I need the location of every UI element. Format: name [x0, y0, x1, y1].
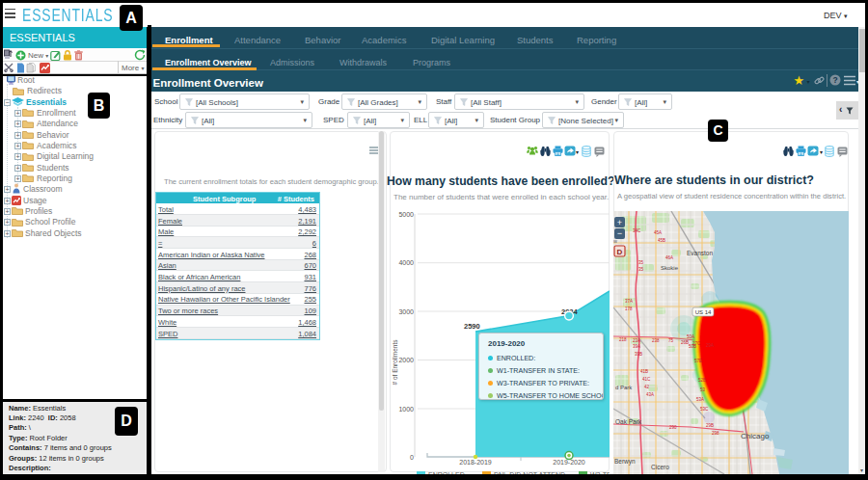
svg-text:Cicero: Cicero: [651, 464, 669, 470]
svg-text:2018-2019: 2018-2019: [459, 459, 492, 466]
svg-text:−: −: [617, 228, 622, 238]
svg-text:42: 42: [644, 385, 650, 389]
svg-text:d Park: d Park: [615, 385, 633, 390]
svg-text:2000: 2000: [398, 357, 414, 363]
svg-text:290: 290: [669, 425, 677, 430]
svg-text:3000: 3000: [398, 308, 414, 315]
svg-text:Chicago: Chicago: [741, 432, 770, 440]
svg-text:1000: 1000: [398, 406, 414, 413]
svg-text:45B: 45B: [658, 238, 665, 243]
svg-text:34C: 34C: [633, 228, 641, 233]
svg-text:ENROLLED: ENROLLED: [428, 471, 465, 474]
svg-text:2019-2020: 2019-2020: [553, 459, 585, 466]
svg-text:26B: 26B: [681, 340, 689, 345]
svg-text:39B: 39B: [635, 352, 642, 357]
svg-text:w: w: [613, 238, 617, 244]
svg-text:238: 238: [652, 338, 660, 343]
svg-text:75: 75: [668, 338, 674, 343]
svg-text:218: 218: [619, 337, 627, 342]
svg-text:39A: 39A: [633, 344, 640, 349]
svg-text:53A: 53A: [696, 397, 704, 402]
svg-text:37A: 37A: [625, 299, 633, 304]
svg-text:43A: 43A: [646, 392, 654, 397]
svg-text:5000: 5000: [398, 211, 414, 218]
svg-text:Skokie: Skokie: [661, 265, 679, 271]
svg-text:41C: 41C: [642, 377, 651, 382]
svg-text:# of Enrollments: # of Enrollments: [392, 339, 398, 386]
svg-text:Evanston: Evanston: [687, 250, 713, 256]
svg-text:Oak Park: Oak Park: [615, 418, 642, 425]
svg-text:W2-TRA: W2-TRA: [590, 471, 610, 474]
svg-text:27C: 27C: [692, 341, 701, 346]
svg-text:+: +: [617, 218, 622, 227]
svg-text:D: D: [617, 248, 623, 256]
svg-text:23A: 23A: [633, 338, 640, 343]
svg-text:2590: 2590: [464, 322, 480, 331]
svg-text:0: 0: [410, 454, 414, 461]
svg-text:52B: 52B: [698, 378, 706, 383]
svg-text:DNL-DID NOT ATTEND: DNL-DID NOT ATTEND: [494, 471, 565, 474]
svg-text:53C: 53C: [700, 407, 709, 412]
svg-text:298: 298: [712, 431, 719, 436]
svg-text:35: 35: [638, 267, 644, 272]
svg-text:53: 53: [700, 387, 706, 392]
svg-text:41B: 41B: [640, 369, 648, 374]
svg-text:50A: 50A: [687, 334, 694, 339]
svg-text:US 14: US 14: [695, 309, 712, 315]
svg-text:45A: 45A: [654, 230, 662, 235]
svg-text:Berwyn: Berwyn: [614, 458, 636, 466]
svg-text:178: 178: [625, 307, 633, 311]
svg-text:4000: 4000: [398, 259, 414, 266]
svg-text:57E: 57E: [694, 359, 702, 363]
svg-text:29A: 29A: [706, 343, 714, 348]
svg-text:?: ?: [832, 75, 837, 85]
svg-text:29B: 29B: [706, 423, 714, 428]
svg-text:46A: 46A: [665, 255, 673, 260]
svg-text:35: 35: [638, 260, 644, 265]
